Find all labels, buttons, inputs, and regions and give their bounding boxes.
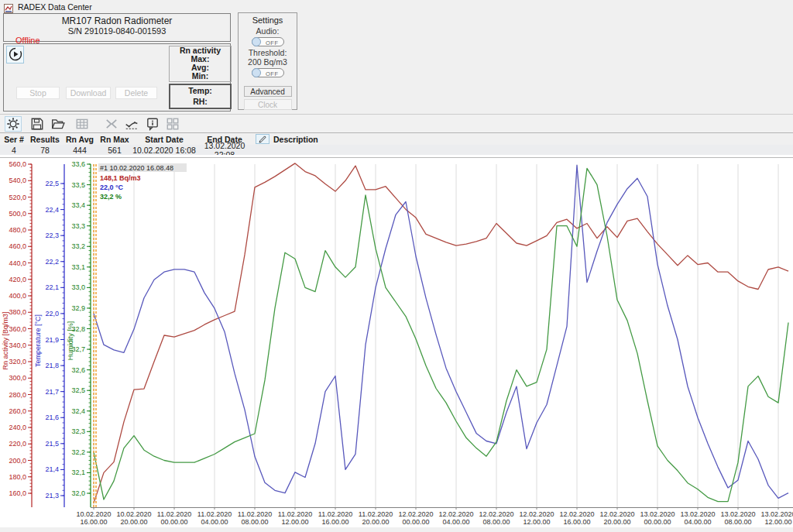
tile-windows-button[interactable]	[164, 116, 181, 132]
svg-text:33,6: 33,6	[71, 160, 85, 168]
svg-text:22,4: 22,4	[45, 206, 59, 214]
svg-text:540,0: 540,0	[9, 177, 26, 184]
svg-text:21,4: 21,4	[45, 465, 59, 473]
rn-activity-box: Rn activity Max: Avg: Min:	[169, 46, 232, 82]
svg-text:13.02.2020: 13.02.2020	[720, 510, 755, 518]
svg-text:16.00.00: 16.00.00	[80, 518, 107, 526]
svg-text:12.02.2020: 12.02.2020	[519, 510, 554, 518]
save-button[interactable]	[29, 116, 46, 132]
svg-text:520,0: 520,0	[9, 194, 26, 201]
svg-text:12.02.2020: 12.02.2020	[599, 510, 634, 518]
svg-text:11.02.2020: 11.02.2020	[197, 510, 232, 518]
svg-text:360,0: 360,0	[9, 325, 26, 333]
temp-rh-box: Temp: RH:	[169, 84, 232, 109]
measurement-chart[interactable]: 10.02.202016.00.0010.02.202020.00.0011.0…	[0, 155, 793, 532]
svg-text:12.02.2020: 12.02.2020	[559, 510, 594, 518]
svg-text:148,1 Bq/m3: 148,1 Bq/m3	[100, 174, 141, 182]
svg-text:21,3: 21,3	[45, 492, 59, 499]
svg-text:33,1: 33,1	[71, 263, 85, 271]
svg-text:32,9: 32,9	[71, 304, 85, 312]
report-info-button[interactable]	[144, 116, 161, 132]
table-grid-icon	[75, 117, 89, 131]
threshold-value: 200 Bq/m3	[239, 57, 297, 67]
temp-label: Temp:	[170, 85, 230, 96]
svg-text:20.00.00: 20.00.00	[120, 518, 147, 526]
app-icon	[4, 2, 13, 12]
settings-gear-button[interactable]	[5, 116, 22, 132]
svg-text:12.00.00: 12.00.00	[764, 518, 791, 526]
svg-text:21,8: 21,8	[45, 362, 59, 369]
threshold-label: Threshold:	[239, 48, 297, 57]
advanced-button[interactable]: Advanced	[244, 86, 292, 97]
toolbar	[0, 114, 793, 133]
window-title: RADEX Data Center	[18, 2, 92, 12]
svg-text:260,0: 260,0	[9, 407, 26, 415]
stop-button[interactable]: Stop	[16, 87, 60, 99]
svg-text:300,0: 300,0	[9, 374, 26, 382]
info-bubble-icon	[146, 117, 160, 131]
svg-text:11.02.2020: 11.02.2020	[359, 510, 393, 518]
svg-text:380,0: 380,0	[9, 308, 26, 316]
delete-button[interactable]: Delete	[115, 87, 157, 99]
svg-text:00.00.00: 00.00.00	[160, 518, 187, 526]
settings-panel: Settings Audio: OFF Threshold: 200 Bq/m3…	[238, 12, 297, 110]
svg-text:200,0: 200,0	[9, 457, 26, 465]
table-row[interactable]: 4 78 444 561 10.02.2020 16:08 13.02.2020…	[0, 145, 793, 155]
svg-text:33,0: 33,0	[71, 283, 85, 291]
svg-text:13.02.2020: 13.02.2020	[680, 510, 715, 518]
table-grid-button[interactable]	[74, 116, 91, 132]
svg-text:32,4: 32,4	[71, 407, 85, 415]
svg-text:10.02.2020: 10.02.2020	[116, 510, 151, 518]
cell-rn-avg: 444	[62, 146, 98, 155]
svg-text:560,0: 560,0	[9, 160, 26, 168]
col-ser: Ser #	[0, 135, 28, 144]
svg-text:440,0: 440,0	[9, 259, 26, 267]
titlebar: RADEX Data Center	[0, 0, 793, 14]
svg-text:11.02.2020: 11.02.2020	[318, 510, 352, 518]
svg-text:00.00.00: 00.00.00	[644, 518, 671, 526]
svg-text:320,0: 320,0	[9, 358, 26, 366]
threshold-toggle[interactable]: OFF	[252, 68, 284, 77]
svg-text:33,2: 33,2	[71, 242, 85, 250]
rh-label: RH:	[170, 96, 230, 107]
svg-text:Humidity [%]: Humidity [%]	[67, 321, 74, 361]
svg-text:220,0: 220,0	[9, 440, 26, 448]
svg-text:460,0: 460,0	[9, 242, 26, 250]
col-rn-avg: Rn Avg	[62, 135, 98, 144]
chart-view-button[interactable]	[123, 116, 140, 132]
svg-text:480,0: 480,0	[9, 226, 26, 234]
svg-text:Temperature [°C]: Temperature [°C]	[34, 314, 42, 367]
clock-button[interactable]: Clock	[244, 99, 292, 110]
svg-text:11.02.2020: 11.02.2020	[238, 510, 272, 518]
svg-text:280,0: 280,0	[9, 391, 26, 399]
svg-text:21,7: 21,7	[45, 388, 59, 396]
svg-text:11.02.2020: 11.02.2020	[157, 510, 191, 518]
svg-text:32,2 %: 32,2 %	[100, 193, 122, 201]
svg-text:12.02.2020: 12.02.2020	[398, 510, 433, 518]
svg-text:33,3: 33,3	[71, 222, 85, 230]
svg-text:500,0: 500,0	[9, 210, 26, 218]
device-name: MR107 Radon Radiometer	[4, 15, 230, 26]
col-results: Results	[28, 135, 62, 144]
chart-line-icon	[125, 117, 139, 131]
svg-text:Rn activity [Bq/m3]: Rn activity [Bq/m3]	[2, 311, 9, 369]
download-button[interactable]: Download	[66, 87, 111, 99]
device-controls-panel: Stop Download Delete Rn activity Max: Av…	[3, 43, 231, 112]
svg-text:22,0 °C: 22,0 °C	[100, 184, 124, 191]
open-folder-button[interactable]	[50, 116, 67, 132]
edit-description-button[interactable]	[256, 134, 269, 144]
threshold-toggle-state: OFF	[266, 70, 279, 77]
gear-icon	[6, 117, 20, 131]
audio-toggle[interactable]: OFF	[252, 37, 284, 46]
svg-text:12.00.00: 12.00.00	[281, 518, 308, 526]
svg-text:32,1: 32,1	[71, 469, 85, 476]
svg-text:180,0: 180,0	[9, 473, 26, 481]
svg-text:08.00.00: 08.00.00	[724, 518, 751, 526]
svg-text:04.00.00: 04.00.00	[201, 518, 228, 526]
rn-min-label: Min:	[170, 72, 231, 81]
play-button[interactable]	[6, 46, 24, 63]
svg-text:13.02.2020: 13.02.2020	[760, 510, 793, 518]
merge-compare-button[interactable]	[103, 116, 120, 132]
merge-compare-icon	[105, 117, 118, 131]
svg-text:32,5: 32,5	[71, 386, 85, 394]
